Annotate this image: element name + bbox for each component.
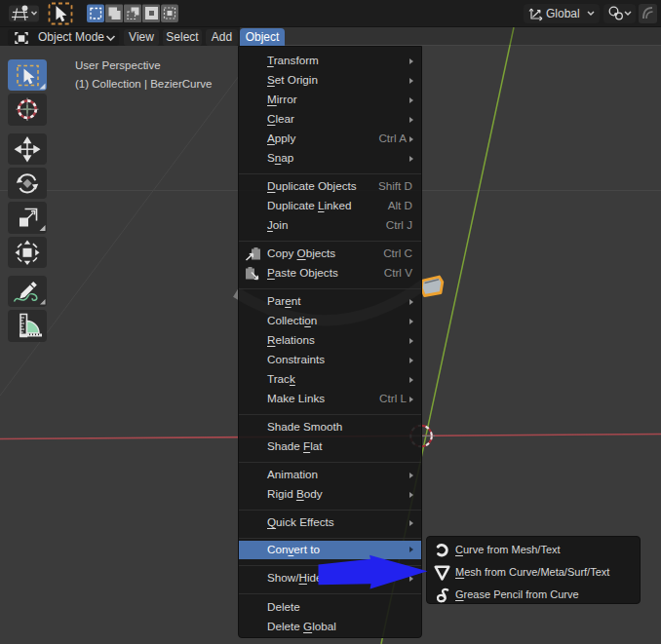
svg-text:Global: Global — [546, 7, 580, 20]
